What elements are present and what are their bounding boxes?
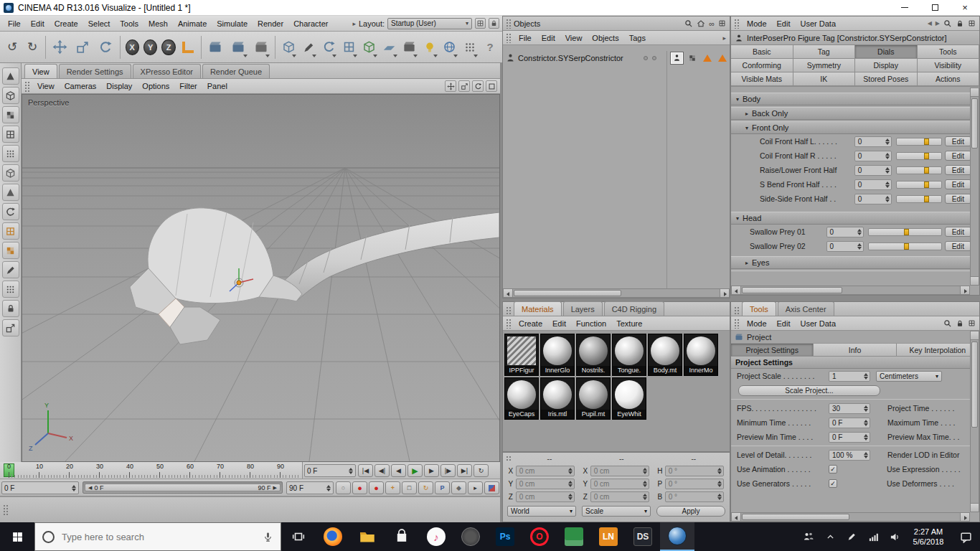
timeline-ruler[interactable]: 0 10 20 30 40 50 60 70 80 90 bbox=[0, 462, 303, 479]
microphone-icon[interactable] bbox=[263, 532, 273, 542]
slider-handle[interactable] bbox=[904, 229, 909, 235]
help-button[interactable]: ? bbox=[481, 35, 499, 60]
add-nurbs-button[interactable] bbox=[319, 35, 338, 60]
history-back-icon[interactable]: ◀ bbox=[928, 20, 932, 27]
slider-handle[interactable] bbox=[924, 196, 929, 202]
fps-field[interactable]: 30 bbox=[829, 403, 870, 414]
project-scale-field[interactable]: 1 bbox=[829, 371, 870, 382]
menu-edit[interactable]: Edit bbox=[26, 16, 50, 31]
vp-menu-cameras[interactable]: Cameras bbox=[60, 79, 102, 93]
tab-ik[interactable]: IK bbox=[793, 72, 856, 86]
texture-mode-icon[interactable] bbox=[2, 106, 19, 123]
search-icon[interactable] bbox=[943, 19, 952, 28]
material-thumbnail[interactable]: EyeCaps bbox=[504, 377, 539, 420]
points-mode-icon[interactable] bbox=[2, 145, 19, 162]
material-thumbnail[interactable]: Tongue. bbox=[612, 334, 646, 376]
tab-symmetry[interactable]: Symmetry bbox=[793, 59, 856, 72]
stepper-arrows-icon[interactable] bbox=[864, 452, 868, 458]
stepper-arrows-icon[interactable] bbox=[643, 481, 647, 487]
slider-handle[interactable] bbox=[924, 182, 929, 188]
next-key-button[interactable]: |▶ bbox=[440, 464, 456, 477]
rotation-b-field[interactable]: 0 ° bbox=[665, 491, 724, 502]
zoom-view-icon[interactable] bbox=[458, 80, 470, 92]
stepper-arrows-icon[interactable] bbox=[864, 405, 868, 412]
tab-axis-center[interactable]: Axis Center bbox=[778, 301, 834, 316]
redo-button[interactable]: ↻ bbox=[23, 35, 42, 60]
stepper-arrows-icon[interactable] bbox=[857, 229, 862, 235]
itunes-icon[interactable]: ♪ bbox=[419, 522, 453, 551]
material-thumbnail[interactable]: IPPFigur bbox=[504, 334, 539, 376]
panel-grip[interactable] bbox=[505, 318, 512, 329]
taskbar-clock[interactable]: 2:27 AM 5/6/2018 bbox=[905, 527, 951, 547]
lock-workplane-icon[interactable] bbox=[2, 300, 19, 317]
tools-menu-mode[interactable]: Mode bbox=[742, 316, 772, 330]
edit-button[interactable]: Edit bbox=[945, 227, 971, 237]
stepper-arrows-icon[interactable] bbox=[568, 468, 573, 474]
dial-value-field[interactable]: 0 bbox=[854, 151, 892, 161]
uv-polygons-mode-icon[interactable] bbox=[2, 242, 19, 259]
goto-start-button[interactable]: |◀ bbox=[358, 464, 373, 477]
dial-value-field[interactable]: 0 bbox=[854, 179, 892, 190]
objects-horizontal-scrollbar[interactable] bbox=[503, 288, 730, 298]
daz-studio-icon[interactable]: DS bbox=[626, 522, 660, 551]
add-sky-button[interactable] bbox=[440, 35, 459, 60]
preview-range-slider[interactable]: ◀0 F 90 F▶ bbox=[83, 481, 283, 494]
firefox-icon[interactable] bbox=[316, 522, 350, 551]
opera-icon[interactable]: O bbox=[522, 522, 557, 551]
dial-slider[interactable] bbox=[896, 181, 942, 189]
tab-materials[interactable]: Materials bbox=[514, 301, 562, 316]
stepper-arrows-icon[interactable] bbox=[885, 182, 890, 188]
customize-layout-icon[interactable] bbox=[475, 18, 486, 29]
add-camera-button[interactable] bbox=[400, 35, 419, 60]
scrollbar-thumb[interactable] bbox=[971, 342, 978, 428]
autokey-button[interactable]: ● bbox=[369, 481, 384, 494]
panel-grip[interactable] bbox=[505, 32, 512, 43]
browser-icon[interactable] bbox=[453, 522, 488, 551]
uv-points-mode-icon[interactable] bbox=[2, 222, 19, 240]
animation-mode-icon[interactable] bbox=[2, 203, 19, 220]
stepper-arrows-icon[interactable] bbox=[349, 468, 353, 474]
make-editable-icon[interactable] bbox=[2, 67, 19, 85]
maximize-button[interactable] bbox=[920, 0, 950, 15]
material-thumbnail[interactable]: Body.mt bbox=[648, 334, 682, 376]
dock-icon[interactable] bbox=[968, 319, 976, 327]
scroll-right-icon[interactable] bbox=[960, 286, 969, 294]
rotation-h-field[interactable]: 0 ° bbox=[665, 466, 724, 476]
uvw-tag-icon[interactable] bbox=[686, 52, 698, 64]
slider-handle[interactable] bbox=[904, 243, 909, 250]
move-tool-button[interactable] bbox=[50, 35, 71, 60]
stepper-arrows-icon[interactable] bbox=[72, 485, 76, 491]
level-of-detail-field[interactable]: 100 % bbox=[829, 450, 870, 461]
panel-grip[interactable] bbox=[24, 80, 30, 92]
size-z-field[interactable]: 0 cm bbox=[590, 491, 649, 502]
tab-info[interactable]: Info bbox=[814, 344, 896, 356]
dial-slider[interactable] bbox=[868, 242, 942, 250]
object-name[interactable]: Constrictor.SYSerpConstrictor bbox=[518, 54, 623, 62]
keyframe-scale-button[interactable]: □ bbox=[402, 481, 417, 494]
previous-frame-button[interactable]: ◀ bbox=[391, 464, 406, 477]
menu-select[interactable]: Select bbox=[83, 16, 116, 31]
preview-min-time-field[interactable]: 0 F bbox=[829, 432, 870, 443]
maximize-view-icon[interactable] bbox=[486, 80, 497, 92]
panel-grip[interactable] bbox=[505, 18, 512, 29]
start-button[interactable] bbox=[0, 522, 34, 551]
pan-view-icon[interactable] bbox=[445, 80, 456, 92]
tab-project-settings[interactable]: Project Settings bbox=[731, 344, 814, 356]
stepper-arrows-icon[interactable] bbox=[864, 373, 868, 380]
tools-menu-edit[interactable]: Edit bbox=[772, 316, 796, 330]
interposerpro-figure-tag-icon[interactable] bbox=[671, 52, 683, 64]
network-icon[interactable] bbox=[862, 532, 884, 542]
file-explorer-icon[interactable] bbox=[350, 522, 385, 551]
edit-button[interactable]: Edit bbox=[945, 151, 971, 161]
keyframe-parameter-button[interactable]: P bbox=[435, 481, 450, 494]
lock-icon[interactable] bbox=[956, 19, 964, 28]
material-thumbnail[interactable]: Pupil.mt bbox=[576, 377, 611, 420]
close-button[interactable]: × bbox=[950, 0, 980, 15]
slider-handle[interactable] bbox=[924, 153, 929, 159]
start-frame-field[interactable]: 0 F bbox=[1, 481, 79, 494]
next-frame-button[interactable]: ▶ bbox=[424, 464, 439, 477]
keyframe-selection-mode-button[interactable]: ▸ bbox=[468, 481, 483, 494]
end-frame-field[interactable]: 90 F bbox=[286, 481, 334, 494]
material-thumbnail[interactable]: Iris.mtl bbox=[540, 377, 575, 420]
goto-end-button[interactable]: ▶| bbox=[457, 464, 472, 477]
